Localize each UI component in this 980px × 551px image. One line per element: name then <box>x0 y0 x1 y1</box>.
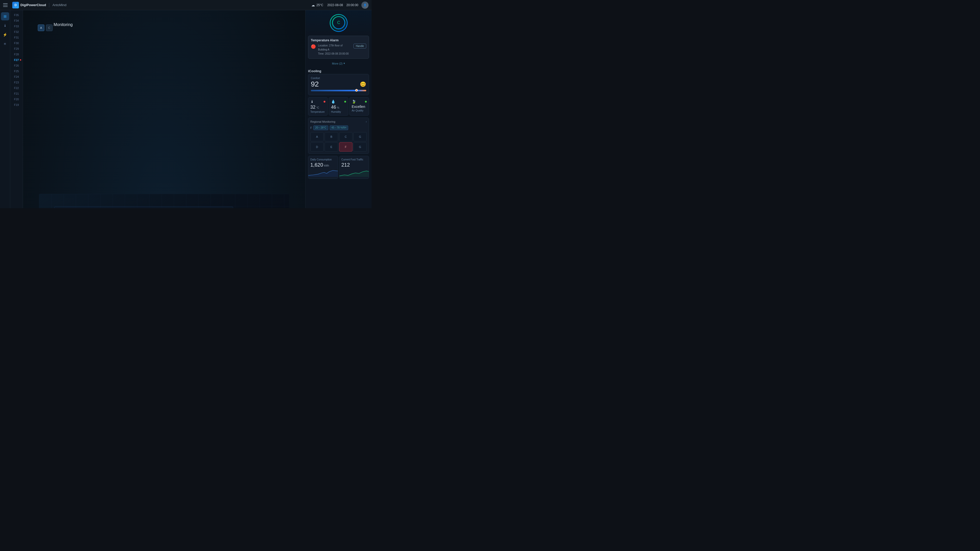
regional-title: Regional Monitoring <box>310 120 335 123</box>
floor-item[interactable]: F29 <box>10 46 23 52</box>
thermometer-icon: 🌡 <box>310 100 314 103</box>
zone-cell-g-top[interactable]: G <box>353 132 367 141</box>
daily-consumption-card: Daily Consumption 1,620 kWh <box>308 156 338 179</box>
alarm-location: Location: 27th floor of Building A <box>318 44 352 52</box>
floor-item[interactable]: F31 <box>10 35 23 40</box>
sidebar-icon-grid[interactable]: ⊞ <box>1 12 9 21</box>
weather-icon: ☁ <box>311 3 315 7</box>
weather-info: ☁ 25°C <box>311 3 323 7</box>
zone-cell-d[interactable]: D <box>310 142 324 151</box>
comfort-card: Comfort 92 😊 <box>308 74 369 95</box>
floor-list: F35 F34 F33 F32 F31 F30 F29 F28 F27 F26 … <box>10 10 23 208</box>
user-avatar[interactable]: 👤 <box>361 2 369 9</box>
hamburger-menu[interactable] <box>3 2 9 8</box>
zone-cell-b[interactable]: B <box>325 132 338 141</box>
traffic-chart <box>339 168 369 177</box>
circular-indicator: C <box>330 14 348 32</box>
status-dot-green <box>344 101 346 103</box>
brand-name: DigiPowerCloud <box>21 3 46 7</box>
icooling-title: iCooling <box>305 67 372 74</box>
floor-plan-svg <box>39 194 289 208</box>
page-title: Monitoring <box>54 22 73 27</box>
daily-consumption-value: 1,620 <box>310 162 323 168</box>
humidity-value: 46 % <box>331 105 346 110</box>
top-nav: D DigiPowerCloud AntoMind ☁ 25°C 2022-08… <box>0 0 372 10</box>
floor-item-active[interactable]: F27 <box>10 57 23 63</box>
floor-item[interactable]: F23 <box>10 79 23 85</box>
floor-item[interactable]: F22 <box>10 85 23 91</box>
datetime-display: 2022-08-08 20:00:00 <box>328 3 358 7</box>
zone-btn-c[interactable]: C <box>46 24 52 31</box>
alarm-body: 🔴 Location: 27th floor of Building A Tim… <box>311 44 366 56</box>
logo-icon: D <box>12 2 19 8</box>
chevron-down-icon: ▾ <box>344 62 345 65</box>
handle-button[interactable]: Handle <box>353 44 366 48</box>
zone-grid: A B C G D E F G <box>310 132 367 151</box>
alarm-info: Location: 27th floor of Building A Time:… <box>318 44 352 56</box>
svg-rect-0 <box>54 206 233 208</box>
floor-item[interactable]: F26 <box>10 63 23 68</box>
panel-top: C <box>305 10 372 36</box>
floor-item[interactable]: F30 <box>10 40 23 46</box>
metric-header: 🌡 <box>310 100 325 103</box>
sidebar-icon-temp[interactable]: 🌡 <box>1 21 9 30</box>
floor-item[interactable]: F20 <box>10 97 23 102</box>
alarm-title: Temperature Alarm <box>311 38 366 42</box>
metric-header: 💧 <box>331 100 346 103</box>
comfort-row: 92 😊 <box>311 80 366 88</box>
app-logo: D DigiPowerCloud <box>12 2 46 8</box>
sidebar-icon-sun[interactable]: ☀ <box>1 40 9 48</box>
air-icon: 🍃 <box>352 100 356 103</box>
alarm-bell-icon: 🔴 <box>311 44 316 49</box>
slider-thumb <box>355 89 358 92</box>
air-quality-metric-card: 🍃 Excellen Air Quality <box>349 97 369 116</box>
floor-item[interactable]: F34 <box>10 18 23 24</box>
humidity-range-badge: 45～78 %RH <box>330 125 348 130</box>
zone-cell-c[interactable]: C <box>339 132 352 141</box>
circular-inner: C <box>331 15 346 31</box>
zone-btn-a[interactable]: A <box>38 24 45 31</box>
region-header: Regional Monitoring › <box>310 120 367 124</box>
sub-brand: AntoMind <box>52 3 66 7</box>
map-container: ← Monitoring A C <box>23 10 305 208</box>
air-quality-label: Air Quality <box>352 109 367 112</box>
region-arrow-icon[interactable]: › <box>366 120 367 124</box>
metric-header: 🍃 <box>352 100 367 103</box>
floor-item[interactable]: F21 <box>10 91 23 97</box>
comfort-face-icon: 😊 <box>360 81 366 87</box>
status-dot-red <box>324 101 325 103</box>
temp-range-badge: 20～28°C <box>313 125 328 130</box>
consumption-chart <box>308 168 338 177</box>
zone-cell-a[interactable]: A <box>310 132 324 141</box>
temperature-metric-card: 🌡 32 °C Temperature <box>308 97 328 116</box>
alarm-time: Time: 2022-08-08 20:00:00 <box>318 52 352 56</box>
sidebar-icon-power[interactable]: ⚡ <box>1 30 9 39</box>
comfort-slider[interactable] <box>311 90 366 91</box>
floor-item[interactable]: F33 <box>10 24 23 29</box>
region-params: F 20～28°C 45～78 %RH <box>310 125 367 130</box>
air-quality-value: Excellen <box>352 105 367 109</box>
floor-item[interactable]: F24 <box>10 74 23 79</box>
regional-monitoring-section: Regional Monitoring › F 20～28°C 45～78 %R… <box>308 118 369 154</box>
daily-consumption-label: Daily Consumption <box>310 158 336 161</box>
floor-item[interactable]: F25 <box>10 68 23 74</box>
temperature-value: 32 °C <box>310 105 325 110</box>
humidity-label: Humidity <box>331 110 346 113</box>
zone-cell-e[interactable]: E <box>325 142 338 151</box>
floor-background: ⊕ VAVBOX-1 ⊕ VAVBOX-2 🔔 Temperature 36°C <box>39 194 289 208</box>
foot-traffic-label: Current Foot Traffic <box>342 158 367 161</box>
foot-traffic-value: 212 <box>342 162 367 168</box>
zone-cell-f-active[interactable]: F <box>339 142 352 151</box>
floor-item[interactable]: F32 <box>10 29 23 35</box>
svg-point-37 <box>332 17 345 29</box>
floor-item[interactable]: F19 <box>10 102 23 108</box>
comfort-value: 92 <box>311 80 319 88</box>
temperature-display: 25°C <box>317 3 323 7</box>
humidity-icon: 💧 <box>331 100 335 103</box>
alert-dot <box>20 59 21 61</box>
more-alarms-link[interactable]: More (2) ▾ <box>305 61 372 67</box>
zone-cell-g-bot[interactable]: G <box>353 142 367 151</box>
svg-text:C: C <box>337 21 340 25</box>
floor-item[interactable]: F28 <box>10 52 23 57</box>
floor-item[interactable]: F35 <box>10 12 23 18</box>
